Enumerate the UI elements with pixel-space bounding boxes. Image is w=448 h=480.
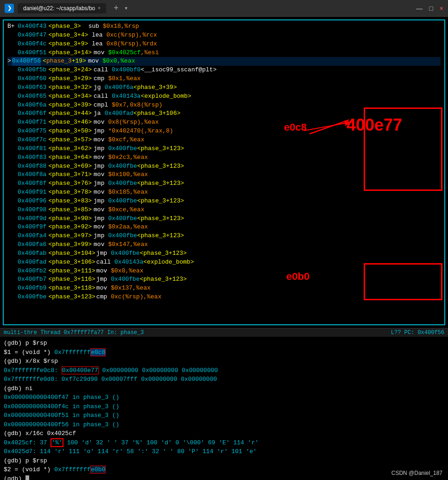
disasm-ops: 0x400fbe [111,249,139,258]
disasm-addr: 0x400fb7 [18,275,46,284]
new-tab-button[interactable]: + [114,4,119,13]
disasm-addr: 0x400fab [18,249,46,258]
disasm-addr: 0x400f65 [18,92,46,101]
disasm-mnem: mov [94,188,104,197]
disasm-line: 0x400f5b <phase_3+24> call 0x400bf0 <__i… [7,66,441,75]
window-controls: — □ × [416,5,443,12]
disasm-addr: 0x400f9f [18,223,46,232]
disasm-line: 0x400f65 <phase_3+34> call 0x40143a <exp… [7,92,441,101]
maximize-button[interactable]: □ [429,5,433,12]
terminal-line: (gdb) ni [4,384,444,393]
tab-close-button[interactable]: × [98,6,101,11]
terminal-line: $1 = (void *) 0x7fffffffe0c8 [4,348,444,357]
pc-info: L?? PC: 0x400f56 [391,329,444,336]
disasm-line: 0x400fb7 <phase_3+116> jmp 0x400fbe <pha… [7,275,441,284]
disasm-line: B+ 0x400f43 <phase_3> sub $0x18,%rsp [7,22,441,31]
terminal-text: (gdb) x/8x $rsp [4,358,58,365]
terminal-line: 0x4025cf: 37 '%' 100 'd' 32 ' ' 37 '%' 1… [4,438,444,448]
disasm-mnem: jmp [94,179,104,188]
disasm-line: 0x400f8f <phase_3+76> jmp 0x400fbe <phas… [7,179,441,188]
disasm-line: 0x400fa4 <phase_3+97> jmp 0x400fbe <phas… [7,232,441,240]
disasm-ops: *0x402470(,%rax,8) [108,127,173,136]
disasm-sym: <phase_3+92> [48,223,92,232]
terminal-text: 0x0000000000400f47 in phase_3 () [4,394,120,401]
disasm-line: 0x400f98 <phase_3+85> mov $0xce,%eax [7,206,441,215]
disasm-ops: $0x137,%eax [111,284,151,293]
disasm-ops: $0x185,%eax [108,188,148,197]
disasm-arrow [7,49,14,57]
disasm-sym: <phase_3+118> [48,284,95,293]
disasm-mnem: mov [94,240,104,249]
annotation-400e77: 400e77 [347,115,402,135]
disasm-addr: 0x400fbe [18,293,46,302]
disasm-addr: 0x400fb2 [18,267,46,276]
app-icon: ❯ [5,4,14,13]
terminal-text: (gdb) [4,475,25,480]
status-bar: multi-thre Thread 0x7ffff7fa77 In: phase… [0,328,448,337]
disasm-addr: 0x400fa4 [18,232,46,240]
disasm-sym: <phase_3+71> [48,171,92,179]
disasm-addr: 0x400f71 [18,118,46,127]
thread-info: multi-thre Thread 0x7ffff7fa77 In: phase… [4,329,144,336]
disasm-ops2: <phase_3+123> [137,162,184,171]
disasm-ops: 0x400bf0 [112,66,140,75]
disassembly-lines: B+ 0x400f43 <phase_3> sub $0x18,%rsp 0x4… [7,22,441,302]
disasm-mnem: jmp [94,232,104,240]
disasm-ops2: <explode_bomb> [143,258,194,267]
disasm-sym: <phase_3+104> [48,249,95,258]
disasm-ops: 0x400fbe [108,232,137,240]
disasm-ops2: <phase_3+123> [137,197,184,206]
disasm-addr: 0x400f9d [18,215,46,223]
disasm-ops: 0x400fbe [108,197,137,206]
disasm-mnem: call [96,258,111,267]
disasm-ops2: <phase_3+123> [137,232,184,240]
minimize-button[interactable]: — [416,5,423,12]
close-button[interactable]: × [440,5,443,12]
disasm-ops: $0x7,0x8(%rsp) [112,101,162,110]
disasm-addr: 0x400f91 [18,188,46,197]
disasm-ops2: <phase_3+123> [137,215,184,223]
terminal-text: 0x0000000000400f56 in phase_3 () [4,421,120,428]
disasm-sym: <phase_3+83> [48,197,92,206]
disasm-addr: 0x400f56 [12,57,41,66]
disasm-ops: 0x8(%rsp),%eax [108,118,158,127]
disasm-mnem: mov [94,171,104,179]
disasm-line: 0x400fab <phase_3+104> jmp 0x400fbe <pha… [7,249,441,258]
terminal-line: 0x4025d7: 114 'r' 111 'o' 114 'r' 58 ':'… [4,447,444,456]
disasm-line: 0x400f81 <phase_3+62> jmp 0x400fbe <phas… [7,145,441,153]
disasm-line: 0x400f7c <phase_3+57> mov $0xcf,%eax [7,136,441,145]
disasm-sym: <phase_3+97> [48,232,92,240]
highlight-400e77: 0x00400e77 [62,366,99,374]
terminal-line: 0x0000000000400f4c in phase_3 () [4,402,444,411]
disasm-mnem: mov [94,118,104,127]
disasm-mnem: lea [92,40,102,49]
disasm-sym2: +19> [72,57,86,66]
red-box-percent: '%' [50,438,63,447]
disasm-mnem: mov [94,49,104,57]
disasm-sym: <phase_3+24> [48,66,92,75]
terminal-text: (gdb) ni [4,385,32,392]
terminal-text: 0x7fffffff [54,466,90,473]
disasm-ops: $0x100,%eax [108,171,148,179]
terminal-tab[interactable]: daniel@u22: ~/csapp/labs/bo × [18,3,106,13]
disasm-addr: 0x400fa6 [18,240,46,249]
disasm-sym: <phase_3> [48,22,81,31]
terminal-text: 0x7fffffff [54,349,90,356]
tab-dropdown-button[interactable]: ▾ [124,4,128,12]
disasm-sym: <phase_3+116> [48,275,95,284]
terminal-line: 0x0000000000400f47 in phase_3 () [4,393,444,402]
disasm-sym: <phase_3+64> [48,153,92,162]
disasm-line: 0x400f83 <phase_3+64> mov $0x2c3,%eax [7,153,441,162]
disasm-sym: <phase_3+44> [48,109,92,118]
disasm-sym: <phase_3+85> [48,206,92,215]
disasm-addr: 0x400f88 [18,162,46,171]
disasm-addr: 0x400f63 [18,83,46,92]
disasm-sym: <phase_3+69> [48,162,92,171]
disasm-sym: <phase_3+57> [48,136,92,145]
disasm-sym-hi: phase_3 [46,57,72,66]
disasm-mnem: jmp [96,249,107,258]
highlight-e0b0: e0b0 [90,466,106,474]
disasm-ops2: <phase_3+106> [133,109,180,118]
disasm-mnem: jmp [94,215,104,223]
disasm-line: 0x400fb2 <phase_3+111> mov $0x0,%eax [7,267,441,276]
